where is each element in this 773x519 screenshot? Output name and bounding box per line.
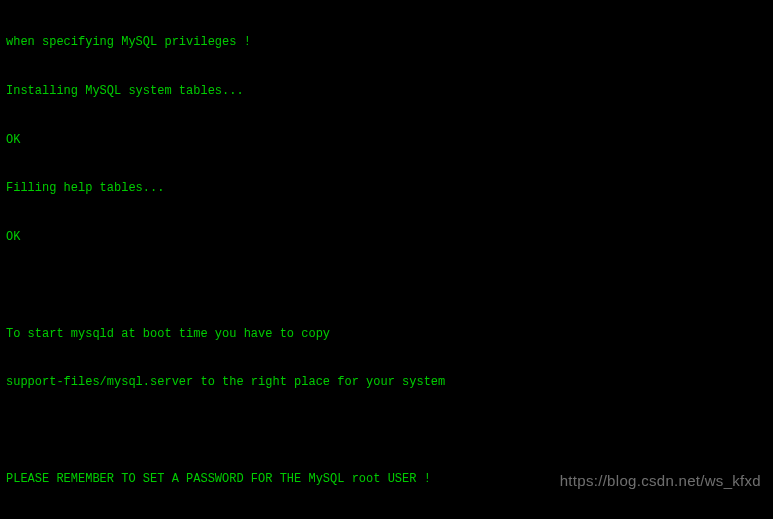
output-line [6,423,767,439]
output-line: To start mysqld at boot time you have to… [6,326,767,342]
output-line: when specifying MySQL privileges ! [6,34,767,50]
output-line: support-files/mysql.server to the right … [6,374,767,390]
output-line: OK [6,229,767,245]
terminal-window[interactable]: when specifying MySQL privileges ! Insta… [0,0,773,519]
output-line [6,277,767,293]
output-line: Filling help tables... [6,180,767,196]
output-line: PLEASE REMEMBER TO SET A PASSWORD FOR TH… [6,471,767,487]
output-line: OK [6,132,767,148]
output-line: Installing MySQL system tables... [6,83,767,99]
